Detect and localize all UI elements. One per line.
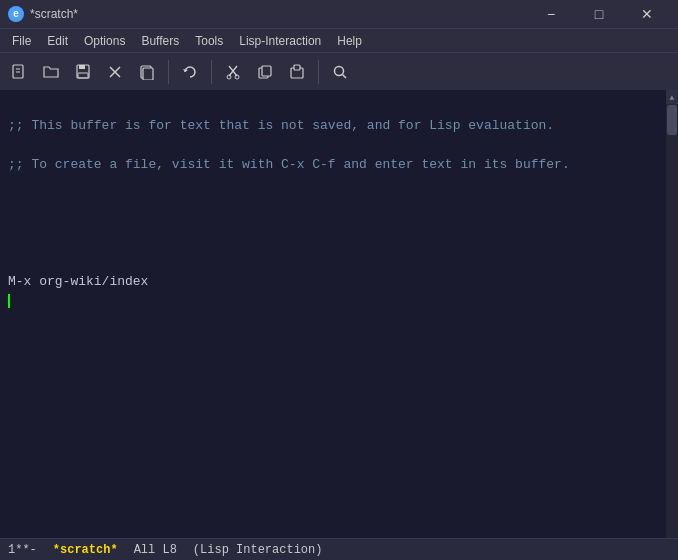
save-file-button[interactable]: [68, 57, 98, 87]
empty-line-2: [8, 233, 658, 253]
search-button[interactable]: [325, 57, 355, 87]
search-icon: [332, 64, 348, 80]
undo-button[interactable]: [175, 57, 205, 87]
text-cursor: [8, 294, 10, 308]
separator-3: [318, 60, 319, 84]
copy-button[interactable]: [250, 57, 280, 87]
window-controls: − □ ✕: [528, 0, 670, 28]
close-button[interactable]: ✕: [624, 0, 670, 28]
scroll-up-arrow[interactable]: ▲: [666, 90, 678, 104]
separator-2: [211, 60, 212, 84]
svg-rect-5: [78, 73, 88, 78]
menu-options[interactable]: Options: [76, 29, 133, 53]
menu-bar: File Edit Options Buffers Tools Lisp-Int…: [0, 28, 678, 52]
status-buffer-name: *scratch*: [53, 543, 118, 557]
menu-help[interactable]: Help: [329, 29, 370, 53]
new-file-button[interactable]: [4, 57, 34, 87]
menu-edit[interactable]: Edit: [39, 29, 76, 53]
svg-rect-9: [143, 68, 153, 80]
save-copy-button[interactable]: [132, 57, 162, 87]
toolbar: [0, 52, 678, 90]
app-icon: e: [8, 6, 24, 22]
title-bar: e *scratch* − □ ✕: [0, 0, 678, 28]
close-icon: [108, 65, 122, 79]
close-buffer-button[interactable]: [100, 57, 130, 87]
paste-button[interactable]: [282, 57, 312, 87]
cut-icon: [225, 64, 241, 80]
empty-line-1: [8, 194, 658, 214]
save-file-icon: [75, 64, 91, 80]
editor-container: ;; This buffer is for text that is not s…: [0, 90, 678, 538]
svg-rect-15: [262, 66, 271, 76]
menu-tools[interactable]: Tools: [187, 29, 231, 53]
scrollbar-thumb[interactable]: [667, 105, 677, 135]
minimize-button[interactable]: −: [528, 0, 574, 28]
menu-buffers[interactable]: Buffers: [133, 29, 187, 53]
cut-button[interactable]: [218, 57, 248, 87]
comment-line-1: ;; This buffer is for text that is not s…: [8, 116, 658, 136]
open-file-button[interactable]: [36, 57, 66, 87]
scrollbar[interactable]: ▲: [666, 90, 678, 538]
maximize-button[interactable]: □: [576, 0, 622, 28]
title-bar-left: e *scratch*: [8, 6, 78, 22]
new-file-icon: [11, 64, 27, 80]
svg-rect-4: [79, 65, 85, 69]
status-major-mode: (Lisp Interaction): [193, 543, 323, 557]
undo-icon: [182, 64, 198, 80]
copy-icon: [257, 64, 273, 80]
status-bar: 1**- *scratch* All L8 (Lisp Interaction): [0, 538, 678, 560]
paste-icon: [289, 64, 305, 80]
open-file-icon: [43, 64, 59, 80]
separator-1: [168, 60, 169, 84]
status-position: 1**-: [8, 543, 37, 557]
svg-point-18: [335, 66, 344, 75]
status-position-label: All L8: [134, 543, 177, 557]
menu-file[interactable]: File: [4, 29, 39, 53]
svg-line-19: [343, 74, 347, 78]
save-copy-icon: [139, 64, 155, 80]
command-line: M-x org-wiki/index: [8, 272, 658, 311]
comment-line-2: ;; To create a file, visit it with C-x C…: [8, 155, 658, 175]
window-title: *scratch*: [30, 7, 78, 21]
menu-lisp-interaction[interactable]: Lisp-Interaction: [231, 29, 329, 53]
editor-area[interactable]: ;; This buffer is for text that is not s…: [0, 90, 666, 538]
svg-rect-17: [294, 65, 300, 70]
